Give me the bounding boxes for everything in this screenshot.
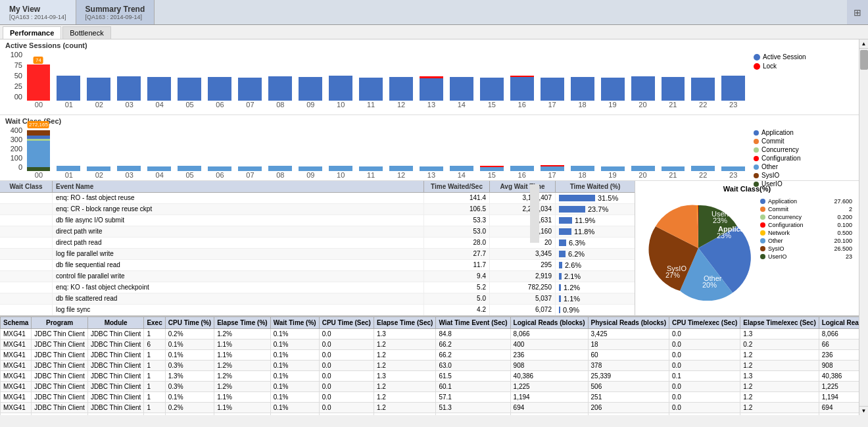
table-row[interactable]: db file scattered read 5.0 5,037 1.1% [0, 293, 635, 305]
legend-commit: Commit [754, 138, 848, 145]
data-table-row[interactable]: MXG41JDBC Thin ClientJDBC Thin Client10.… [1, 329, 859, 339]
table-row[interactable]: control file parallel write 9.4 2,919 2.… [0, 271, 635, 282]
data-table-row[interactable]: MXG41JDBC Thin ClientJDBC Thin Client10.… [1, 361, 859, 371]
bar-group-15 [477, 78, 506, 101]
data-table-row[interactable]: MXG41JDBC Thin ClientJDBC Thin Client11.… [1, 371, 859, 382]
legend-application: Application [754, 129, 848, 136]
wait-bar-21 [658, 166, 688, 171]
legend-configuration: Configuration [754, 155, 848, 162]
bar-group-22 [688, 78, 718, 101]
svg-text:27%: 27% [665, 271, 680, 279]
table-row[interactable]: enq: KO - fast object checkpoint 5.2 782… [0, 282, 635, 293]
data-table-row[interactable]: MXG41JDBC Thin ClientJDBC Thin Client10.… [1, 350, 859, 361]
wait-bar-07 [235, 166, 265, 171]
tab-bottleneck[interactable]: Bottleneck [62, 26, 110, 39]
col-module: Module [87, 317, 144, 329]
data-table-row[interactable]: MXG41JDBC Thin ClientJDBC Thin Client10.… [1, 382, 859, 392]
table-row[interactable]: db file async I/O submit 53.3 14,631 11.… [0, 215, 635, 226]
bar-group-03 [114, 76, 144, 101]
col-cpu-exec: CPU Time/exec (Sec) [669, 317, 740, 329]
pie-panel: Wait Class(%) [635, 181, 859, 315]
wait-bar-05 [175, 166, 205, 171]
bar-group-11 [356, 78, 385, 101]
summary-tab[interactable]: Summary Trend [QA163 : 2014-09-14] [76, 0, 155, 24]
bar-group-14 [446, 77, 476, 101]
wait-bar-18 [567, 166, 597, 171]
data-table-row[interactable]: MXG41JDBC Thin ClientJDBC Thin Client10.… [1, 413, 859, 416]
col-wait-event: Wiat Time Event (Sec) [436, 317, 510, 329]
data-table-row[interactable]: MXG41JDBC Thin ClientJDBC Thin Client10.… [1, 403, 859, 413]
table-row[interactable]: direct path write 53.0 3,160 11.8% [0, 226, 635, 238]
wait-bar-22 [688, 166, 718, 171]
bar-group-01 [54, 76, 84, 101]
wait-bar-06 [205, 166, 235, 171]
svg-text:20%: 20% [702, 281, 717, 289]
wait-bar-20 [628, 166, 658, 171]
table-row[interactable]: log file parallel write 27.7 3,345 6.2% [0, 249, 635, 260]
bar-group-09 [296, 77, 326, 101]
scrollbar-thumb[interactable] [860, 50, 868, 70]
col-cpu-sec: CPU Time (Sec) [319, 317, 374, 329]
data-table-row[interactable]: MXG41JDBC Thin ClientJDBC Thin Client10.… [1, 392, 859, 403]
wait-table-header-time-waited: Time Waited/Sec [424, 181, 490, 192]
wait-class-title: Wait Class (Sec) [5, 117, 854, 125]
myview-sub: [QA163 : 2014-09-14] [9, 14, 66, 20]
wait-bar-00: 272,165 [24, 130, 53, 171]
wait-bar-02 [84, 166, 114, 171]
legend-concurrency: Concurrency [754, 146, 848, 153]
col-elapse-sec: Elapse Time (Sec) [374, 317, 435, 329]
table-row[interactable]: db file sequential read 11.7 295 2.6% [0, 260, 635, 271]
wait-bar-08 [266, 166, 295, 171]
wait-table-header-pct: Time Waited (%) [556, 181, 635, 192]
pie-legend: Application 27.600 Commit 2 Concurrency … [758, 195, 855, 301]
grid-icon[interactable]: ⊞ [847, 0, 868, 24]
right-scrollbar[interactable]: ▲ ▼ [859, 39, 868, 415]
myview-tab[interactable]: My View [QA163 : 2014-09-14] [0, 0, 76, 24]
myview-title: My View [9, 5, 66, 14]
col-elapse-exec: Elapse Time/exec (Sec) [740, 317, 819, 329]
col-exec: Exec [144, 317, 165, 329]
legend-active-session: Active Session [754, 53, 848, 61]
col-logical-exec: Logical Reads/exec (blocks) [819, 317, 859, 329]
col-wait-pct: Wait Time (%) [270, 317, 319, 329]
wait-bar-03 [114, 166, 144, 171]
bar-group-13 [416, 76, 446, 101]
wait-bar-10 [326, 166, 356, 171]
wait-table-header-class: Wait Class [0, 181, 53, 192]
svg-text:23%: 23% [717, 232, 731, 239]
table-row[interactable]: enq: CR - block range reuse ckpt 106.5 2… [0, 204, 635, 215]
data-table: Schema Program Module Exec CPU Time (%) … [0, 316, 859, 415]
bar-group-21 [658, 77, 688, 101]
bar-group-07 [235, 78, 265, 101]
legend-userio: UserIO [754, 180, 848, 188]
wait-bar-14 [446, 166, 476, 171]
scrollbar-down-arrow[interactable]: ▼ [859, 406, 869, 415]
bar-group-23 [719, 76, 748, 101]
col-cpu-pct: CPU Time (%) [165, 317, 214, 329]
wait-bar-16 [507, 166, 537, 171]
wait-bar-04 [145, 166, 174, 171]
summary-title: Summary Trend [85, 5, 145, 14]
tab-performance[interactable]: Performance [3, 26, 61, 39]
bar-group-05 [175, 78, 205, 101]
legend-other: Other [754, 163, 848, 170]
data-table-row[interactable]: MXG41JDBC Thin ClientJDBC Thin Client60.… [1, 339, 859, 350]
table-row[interactable]: direct path read 28.0 20 6.3% [0, 238, 635, 249]
bar-group-12 [386, 77, 416, 101]
bar-group-20 [628, 76, 658, 101]
table-row[interactable]: enq: RO - fast object reuse 141.4 3,142,… [0, 193, 635, 204]
bar-group-06 [205, 77, 235, 101]
bar-group-17 [537, 78, 567, 101]
bar-group-04 [145, 77, 174, 101]
wait-bar-09 [296, 166, 326, 171]
scrollbar-up-arrow[interactable]: ▲ [859, 39, 869, 49]
col-logical-reads: Logical Reads (blocks) [510, 317, 588, 329]
svg-text:23%: 23% [713, 216, 727, 224]
legend-lock: Lock [754, 63, 848, 70]
wait-bar-15 [477, 166, 506, 171]
table-row[interactable]: log file sync 4.2 6,072 0.9% [0, 305, 635, 315]
bar-group-00: 74 [24, 64, 53, 101]
col-elapse-pct: Elapse Time (%) [214, 317, 271, 329]
bar-group-16 [507, 76, 537, 101]
bar-group-19 [598, 78, 627, 101]
